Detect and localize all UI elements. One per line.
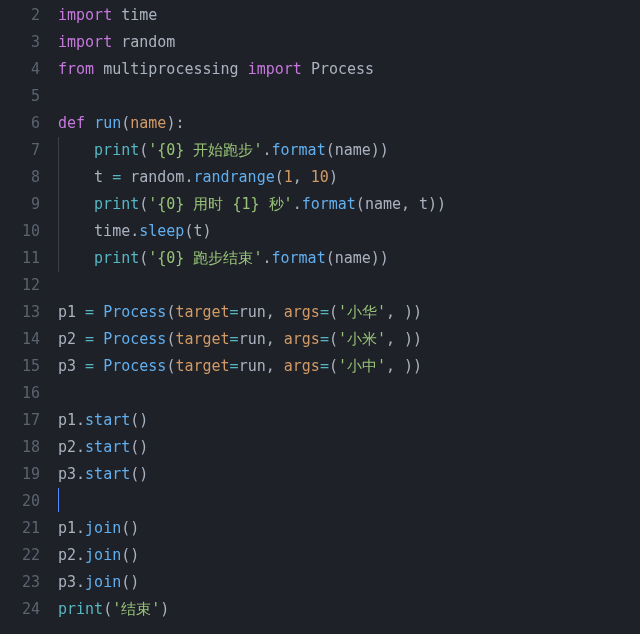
code-line[interactable]: print('{0} 开始跑步'.format(name)): [58, 137, 446, 164]
code-line[interactable]: import random: [58, 29, 446, 56]
line-number: 12: [0, 272, 40, 299]
variable: p3: [58, 357, 76, 375]
code-line[interactable]: p2 = Process(target=run, args=('小米', )): [58, 326, 446, 353]
code-line[interactable]: p2.start(): [58, 434, 446, 461]
code-line[interactable]: t = random.randrange(1, 10): [58, 164, 446, 191]
kwarg: target: [175, 330, 229, 348]
arg: run: [239, 357, 266, 375]
method: format: [272, 141, 326, 159]
code-line[interactable]: p3.start(): [58, 461, 446, 488]
line-number: 22: [0, 542, 40, 569]
line-number: 24: [0, 596, 40, 623]
method: join: [85, 546, 121, 564]
builtin-fn: print: [94, 249, 139, 267]
module: random: [121, 33, 175, 51]
code-line[interactable]: print('结束'): [58, 596, 446, 623]
string: '小华': [338, 303, 386, 321]
line-number: 11: [0, 245, 40, 272]
code-line[interactable]: [58, 272, 446, 299]
module: time: [121, 6, 157, 24]
variable: p2: [58, 330, 76, 348]
kwarg: args: [284, 330, 320, 348]
code-line[interactable]: print('{0} 跑步结束'.format(name)): [58, 245, 446, 272]
builtin-fn: print: [58, 600, 103, 618]
string: '小米': [338, 330, 386, 348]
class: Process: [311, 60, 374, 78]
class: Process: [103, 303, 166, 321]
string: '{0} 开始跑步': [148, 141, 262, 159]
module: random: [130, 168, 184, 186]
line-number: 15: [0, 353, 40, 380]
class: Process: [103, 330, 166, 348]
variable: p1: [58, 519, 76, 537]
code-line[interactable]: p2.join(): [58, 542, 446, 569]
kwarg: args: [284, 303, 320, 321]
line-number-gutter: 2 3 4 5 6 7 8 9 10 11 12 13 14 15 16 17 …: [0, 0, 58, 634]
method: format: [302, 195, 356, 213]
variable: p1: [58, 303, 76, 321]
keyword: from: [58, 60, 94, 78]
code-line[interactable]: def run(name):: [58, 110, 446, 137]
variable: p1: [58, 411, 76, 429]
line-number: 23: [0, 569, 40, 596]
line-number: 16: [0, 380, 40, 407]
line-number: 3: [0, 29, 40, 56]
line-number: 4: [0, 56, 40, 83]
method: join: [85, 573, 121, 591]
line-number: 21: [0, 515, 40, 542]
code-line[interactable]: [58, 488, 446, 515]
method: start: [85, 411, 130, 429]
arg: run: [239, 303, 266, 321]
line-number: 8: [0, 164, 40, 191]
code-line[interactable]: [58, 380, 446, 407]
code-line[interactable]: [58, 83, 446, 110]
line-number: 13: [0, 299, 40, 326]
code-line[interactable]: print('{0} 用时 {1} 秒'.format(name, t)): [58, 191, 446, 218]
builtin-fn: print: [94, 195, 139, 213]
line-number: 20: [0, 488, 40, 515]
code-line[interactable]: time.sleep(t): [58, 218, 446, 245]
builtin-fn: print: [94, 141, 139, 159]
line-number: 2: [0, 2, 40, 29]
code-line[interactable]: p1 = Process(target=run, args=('小华', )): [58, 299, 446, 326]
kwarg: target: [175, 303, 229, 321]
string: '结束': [112, 600, 160, 618]
code-line[interactable]: p1.start(): [58, 407, 446, 434]
method: join: [85, 519, 121, 537]
variable: p2: [58, 438, 76, 456]
keyword: import: [248, 60, 302, 78]
kwarg: args: [284, 357, 320, 375]
line-number: 5: [0, 83, 40, 110]
string: '{0} 跑步结束': [148, 249, 262, 267]
variable: p3: [58, 465, 76, 483]
arg: t: [419, 195, 428, 213]
code-line[interactable]: from multiprocessing import Process: [58, 56, 446, 83]
method: start: [85, 438, 130, 456]
keyword: import: [58, 6, 112, 24]
arg: name: [335, 141, 371, 159]
variable: p3: [58, 573, 76, 591]
line-number: 17: [0, 407, 40, 434]
line-number: 6: [0, 110, 40, 137]
keyword: def: [58, 114, 85, 132]
code-area[interactable]: import time import random from multiproc…: [58, 0, 446, 634]
method: randrange: [193, 168, 274, 186]
keyword: import: [58, 33, 112, 51]
code-line[interactable]: p3.join(): [58, 569, 446, 596]
line-number: 7: [0, 137, 40, 164]
line-number: 9: [0, 191, 40, 218]
code-line[interactable]: import time: [58, 2, 446, 29]
code-line[interactable]: p1.join(): [58, 515, 446, 542]
line-number: 10: [0, 218, 40, 245]
arg: run: [239, 330, 266, 348]
code-editor[interactable]: 2 3 4 5 6 7 8 9 10 11 12 13 14 15 16 17 …: [0, 0, 640, 634]
line-number: 18: [0, 434, 40, 461]
method: sleep: [139, 222, 184, 240]
module: multiprocessing: [103, 60, 238, 78]
kwarg: target: [175, 357, 229, 375]
function-def: run: [94, 114, 121, 132]
text-cursor: [58, 488, 59, 512]
class: Process: [103, 357, 166, 375]
code-line[interactable]: p3 = Process(target=run, args=('小中', )): [58, 353, 446, 380]
string: '小中': [338, 357, 386, 375]
